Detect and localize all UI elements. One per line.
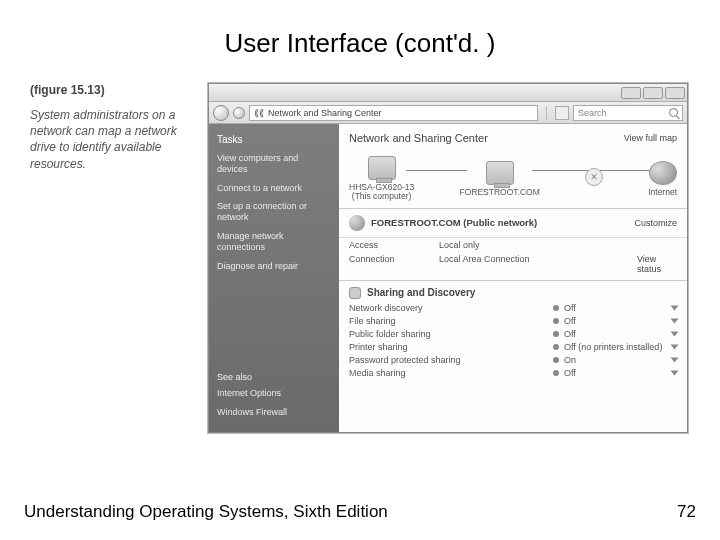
- node-domain[interactable]: FORESTROOT.COM: [459, 161, 539, 197]
- sharing-row-value: Off: [553, 329, 663, 339]
- slide-title: User Interface (cont'd. ): [0, 0, 720, 59]
- map-connector: [595, 170, 656, 171]
- sharing-section-header: Sharing and Discovery: [339, 281, 687, 301]
- sharing-row-label: Password protected sharing: [349, 355, 553, 365]
- node-name: FORESTROOT.COM: [459, 188, 539, 197]
- globe-icon: [649, 161, 677, 185]
- task-link[interactable]: Diagnose and repair: [217, 261, 331, 272]
- sharing-row-value: Off: [553, 316, 663, 326]
- sharing-icon: [349, 287, 361, 299]
- node-broken: ×: [585, 168, 603, 189]
- search-icon: [669, 108, 678, 117]
- network-name: FORESTROOT.COM (Public network): [371, 217, 634, 228]
- chevron-down-icon[interactable]: [671, 370, 679, 375]
- footer-book-title: Understanding Operating Systems, Sixth E…: [24, 502, 388, 522]
- computer-icon: [368, 156, 396, 180]
- tasks-pane: Tasks View computers and devices Connect…: [209, 124, 339, 432]
- separator: [546, 106, 547, 120]
- slide-footer: Understanding Operating Systems, Sixth E…: [24, 502, 696, 522]
- see-also-title: See also: [217, 372, 287, 382]
- customize-link[interactable]: Customize: [634, 218, 677, 228]
- view-status-link[interactable]: View status: [637, 254, 677, 274]
- sharing-row-label: Public folder sharing: [349, 329, 553, 339]
- chevron-down-icon[interactable]: [671, 331, 679, 336]
- sharing-row-value: On: [553, 355, 663, 365]
- pane-header: Network and Sharing Center View full map: [339, 124, 687, 148]
- breadcrumb-icon: ⟪⟪: [254, 105, 264, 121]
- connection-label: Connection: [349, 254, 439, 274]
- search-placeholder: Search: [578, 108, 607, 118]
- access-value: Local only: [439, 240, 637, 250]
- breadcrumb[interactable]: ⟪⟪ Network and Sharing Center: [249, 105, 538, 121]
- sharing-row-value: Off: [553, 368, 663, 378]
- chevron-down-icon[interactable]: [671, 305, 679, 310]
- globe-icon: [349, 215, 365, 231]
- task-link[interactable]: Set up a connection or network: [217, 201, 331, 223]
- chevron-down-icon[interactable]: [671, 344, 679, 349]
- see-also-link[interactable]: Internet Options: [217, 388, 287, 399]
- figure-caption-block: (figure 15.13) System administrators on …: [30, 83, 190, 433]
- task-link[interactable]: View computers and devices: [217, 153, 331, 175]
- sharing-title: Sharing and Discovery: [367, 287, 475, 298]
- sharing-grid: Network discovery Off File sharing Off P…: [339, 301, 687, 384]
- close-button[interactable]: [665, 87, 685, 99]
- network-map: HHSA-GX620-13 (This computer) FORESTROOT…: [339, 148, 687, 209]
- view-full-map-link[interactable]: View full map: [624, 133, 677, 143]
- task-link[interactable]: Manage network connections: [217, 231, 331, 253]
- see-also-link[interactable]: Windows Firewall: [217, 407, 287, 418]
- x-icon: ×: [585, 168, 603, 186]
- forward-button[interactable]: [233, 107, 245, 119]
- footer-page-number: 72: [677, 502, 696, 522]
- sharing-row-label: Printer sharing: [349, 342, 553, 352]
- content-pane: Network and Sharing Center View full map…: [339, 124, 687, 432]
- back-button[interactable]: [213, 105, 229, 121]
- toolbar: ⟪⟪ Network and Sharing Center Search: [209, 102, 687, 124]
- refresh-button[interactable]: [555, 106, 569, 120]
- see-also-block: See also Internet Options Windows Firewa…: [217, 372, 287, 426]
- task-link[interactable]: Connect to a network: [217, 183, 331, 194]
- node-sub: (This computer): [352, 192, 412, 201]
- content-row: (figure 15.13) System administrators on …: [0, 59, 720, 433]
- network-details: Access Local only Connection Local Area …: [339, 238, 687, 281]
- app-window: ⟪⟪ Network and Sharing Center Search Tas…: [208, 83, 688, 433]
- computer-icon: [486, 161, 514, 185]
- sharing-row-value: Off: [553, 303, 663, 313]
- search-input[interactable]: Search: [573, 105, 683, 121]
- figure-caption: System administrators on a network can m…: [30, 107, 190, 172]
- pane-title: Network and Sharing Center: [349, 132, 488, 144]
- node-internet[interactable]: Internet: [648, 161, 677, 197]
- sharing-row-value: Off (no printers installed): [553, 342, 663, 352]
- node-this-computer[interactable]: HHSA-GX620-13 (This computer): [349, 156, 414, 202]
- breadcrumb-text: Network and Sharing Center: [268, 105, 382, 121]
- node-name: Internet: [648, 188, 677, 197]
- window-titlebar: [209, 84, 687, 102]
- map-connector: [406, 170, 467, 171]
- sharing-row-label: File sharing: [349, 316, 553, 326]
- chevron-down-icon[interactable]: [671, 357, 679, 362]
- access-label: Access: [349, 240, 439, 250]
- figure-label: (figure 15.13): [30, 83, 190, 97]
- sharing-row-label: Media sharing: [349, 368, 553, 378]
- connection-value: Local Area Connection: [439, 254, 637, 274]
- sharing-row-label: Network discovery: [349, 303, 553, 313]
- map-connector: [532, 170, 593, 171]
- tasks-title: Tasks: [217, 134, 331, 145]
- maximize-button[interactable]: [643, 87, 663, 99]
- chevron-down-icon[interactable]: [671, 318, 679, 323]
- network-row: FORESTROOT.COM (Public network) Customiz…: [339, 209, 687, 238]
- minimize-button[interactable]: [621, 87, 641, 99]
